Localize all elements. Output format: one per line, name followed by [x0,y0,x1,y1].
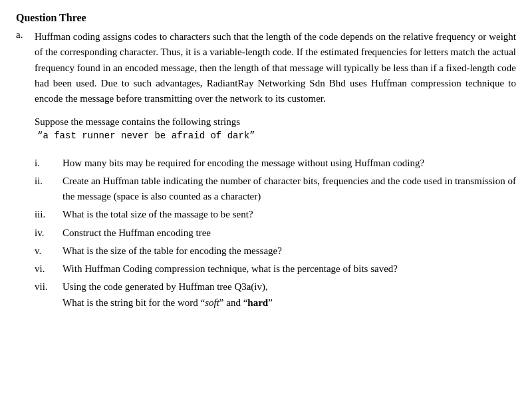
subq-iii: iii. What is the total size of the massa… [35,207,516,222]
subq-ii-label: ii. [35,174,60,205]
suppose-text: Suppose the message contains the followi… [35,114,516,130]
subq-ii-text: Create an Huffman table indicating the n… [63,174,516,205]
question-title: Question Three [16,12,516,24]
subq-vi-label: vi. [35,261,60,277]
subq-iv-text: Construct the Huffman encoding tree [63,225,516,241]
subq-vii-soft: soft [205,297,219,308]
subq-vii-hard: hard [247,297,268,308]
subq-iii-label: iii. [35,207,60,222]
subq-i-label: i. [35,156,60,171]
subq-v-label: v. [35,243,60,259]
subq-vii: vii. Using the code generated by Huffman… [35,279,516,311]
subq-v-text: What is the size of the table for encodi… [63,243,516,259]
subq-iv-label: iv. [35,225,60,241]
part-a-content: Huffman coding assigns codes to characte… [35,29,516,106]
subq-i-text: How many bits may be required for encodi… [63,156,516,171]
subq-vii-label: vii. [35,279,60,311]
subq-ii: ii. Create an Huffman table indicating t… [35,174,516,205]
subq-i: i. How many bits may be required for enc… [35,156,516,171]
subq-vii-line2-before: What is the string bit for the word “ [63,297,205,308]
subq-v: v. What is the size of the table for enc… [35,243,516,259]
subq-iv: iv. Construct the Huffman encoding tree [35,225,516,241]
code-string: “a fast runner never be afraid of dark” [37,130,516,141]
subq-iii-text: What is the total size of the massage to… [63,207,516,222]
subq-vii-line1: Using the code generated by Huffman tree… [63,281,268,292]
subq-vii-after: ” [268,297,273,308]
subq-vi-text: With Huffman Coding compression techniqu… [63,261,516,277]
subq-vi: vi. With Huffman Coding compression tech… [35,261,516,277]
subq-vii-text: Using the code generated by Huffman tree… [63,279,516,311]
subquestions-list: i. How many bits may be required for enc… [35,156,516,311]
part-a-label: a. [16,29,35,106]
subq-vii-middle: ” and “ [219,297,247,308]
